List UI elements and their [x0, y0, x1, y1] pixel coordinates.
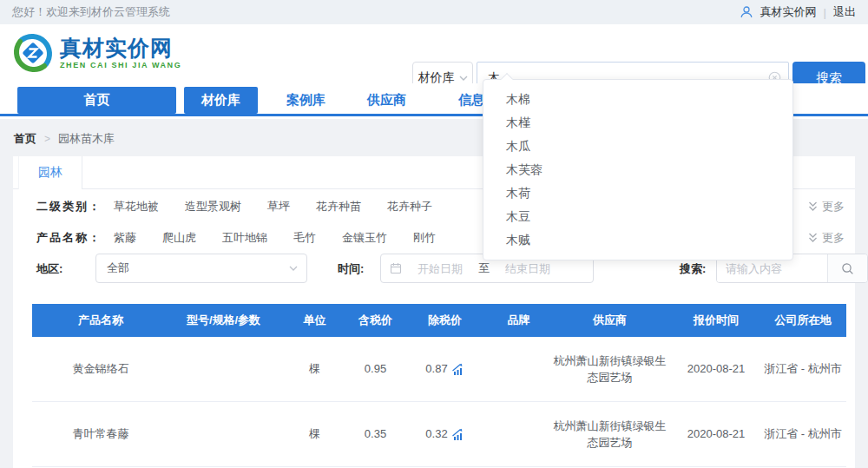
- keyword-search-button[interactable]: [827, 254, 867, 282]
- date-range-separator: 至: [478, 260, 490, 276]
- table-header-row: 产品名称 型号/规格/参数 单位 含税价 除税价 品牌 供应商 报价时间 公司所…: [32, 304, 846, 337]
- header-brand: 品牌: [490, 304, 547, 337]
- topbar-divider: |: [824, 6, 826, 19]
- more-label: 更多: [822, 199, 845, 214]
- product-option[interactable]: 五叶地锦: [222, 230, 267, 246]
- search-suggestions-dropdown: 木棉 木槿 木瓜 木芙蓉 木荷 木豆 木贼: [483, 79, 793, 260]
- user-icon: [740, 5, 753, 19]
- start-date-input[interactable]: [409, 262, 471, 275]
- category-option[interactable]: 花卉种苗: [316, 199, 361, 214]
- cell-quote-date: 2020-08-21: [673, 337, 760, 401]
- logo-title: 真材实价网: [60, 37, 181, 59]
- category-option[interactable]: 造型景观树: [185, 199, 241, 214]
- product-more-button[interactable]: 更多: [808, 230, 845, 246]
- site-logo[interactable]: 真材实价网 ZHEN CAI SHI JIA WANG: [12, 32, 181, 74]
- welcome-text: 您好！欢迎来到材价云管理系统: [12, 4, 170, 20]
- cell-brand: [490, 337, 547, 401]
- cell-no-tax-price: 0.87: [399, 337, 490, 401]
- header-no-tax-price: 除税价: [399, 304, 490, 337]
- logo-icon: [12, 32, 54, 74]
- cell-tax-price: 0.95: [352, 337, 399, 401]
- keyword-label: 搜索:: [680, 261, 706, 277]
- header-tax-price: 含税价: [352, 304, 399, 337]
- suggestion-item[interactable]: 木瓜: [483, 135, 792, 158]
- cell-company-location: 浙江省 - 杭州市: [760, 402, 846, 466]
- table-row: 黄金锦络石 棵 0.95 0.87: [32, 337, 846, 402]
- header-unit: 单位: [278, 304, 352, 337]
- breadcrumb-current: 园林苗木库: [58, 131, 115, 147]
- cell-supplier: 杭州萧山新街镇绿银生态园艺场: [547, 402, 673, 466]
- cell-product-name: 黄金锦络石: [32, 337, 169, 401]
- product-option[interactable]: 金镶玉竹: [342, 230, 387, 246]
- product-option[interactable]: 爬山虎: [162, 230, 196, 246]
- chevron-down-icon: [289, 266, 298, 271]
- cell-tax-price: 0.35: [352, 402, 399, 466]
- suggestion-item[interactable]: 木贼: [483, 228, 792, 252]
- double-chevron-down-icon: [808, 233, 818, 243]
- header-product-name: 产品名称: [32, 304, 169, 337]
- price-trend-chart-icon[interactable]: [451, 363, 464, 375]
- cell-no-tax-price: 0.32: [399, 402, 490, 466]
- more-label: 更多: [822, 230, 845, 246]
- cell-brand: [490, 402, 547, 466]
- region-select[interactable]: 全部: [95, 254, 307, 283]
- logout-link[interactable]: 退出: [833, 4, 856, 20]
- no-tax-price-value: 0.87: [425, 360, 447, 378]
- suggestion-item[interactable]: 木棉: [483, 88, 792, 111]
- price-table: 产品名称 型号/规格/参数 单位 含税价 除税价 品牌 供应商 报价时间 公司所…: [32, 304, 846, 467]
- logo-subtitle: ZHEN CAI SHI JIA WANG: [60, 62, 181, 69]
- cell-company-location: 浙江省 - 杭州市: [760, 337, 846, 401]
- price-trend-chart-icon[interactable]: [451, 428, 464, 440]
- chevron-down-icon: [459, 76, 468, 81]
- product-option[interactable]: 紫藤: [114, 230, 136, 246]
- breadcrumb-separator-icon: >: [44, 133, 50, 145]
- topbar: 您好！欢迎来到材价云管理系统 真材实价网 | 退出: [0, 0, 868, 24]
- category-option[interactable]: 花卉种子: [387, 199, 432, 214]
- time-label: 时间:: [338, 261, 364, 277]
- double-chevron-down-icon: [808, 201, 818, 212]
- suggestion-item[interactable]: 木芙蓉: [483, 158, 792, 181]
- no-tax-price-value: 0.32: [425, 425, 447, 443]
- region-select-value: 全部: [107, 260, 129, 276]
- cell-unit: 棵: [278, 402, 352, 466]
- magnifier-icon: [841, 262, 854, 275]
- tab-garden[interactable]: 园林: [18, 156, 82, 189]
- breadcrumb: 首页 > 园林苗木库: [14, 131, 115, 147]
- header: 真材实价网 ZHEN CAI SHI JIA WANG 材价库: [0, 24, 868, 83]
- region-label: 地区:: [36, 261, 62, 277]
- product-filter-label: 产品名称：: [36, 230, 102, 246]
- product-option[interactable]: 刚竹: [413, 230, 436, 246]
- cell-product-name: 青叶常春藤: [32, 402, 169, 466]
- nav-item-home[interactable]: 首页: [17, 87, 176, 114]
- category-option[interactable]: 草坪: [267, 199, 290, 214]
- app-root: 您好！欢迎来到材价云管理系统 真材实价网 | 退出: [0, 0, 868, 468]
- topbar-site-link[interactable]: 真材实价网: [760, 4, 817, 20]
- cell-supplier: 杭州萧山新街镇绿银生态园艺场: [547, 337, 673, 401]
- suggestion-item[interactable]: 木豆: [483, 205, 792, 228]
- end-date-input[interactable]: [496, 262, 559, 275]
- nav-item-info[interactable]: 信息: [458, 87, 484, 114]
- suggestion-item[interactable]: 木槿: [483, 111, 792, 135]
- cell-spec: [169, 337, 278, 401]
- nav-item-material-library[interactable]: 材价库: [184, 87, 258, 114]
- suggestion-item[interactable]: 木荷: [483, 181, 792, 205]
- logo-text: 真材实价网 ZHEN CAI SHI JIA WANG: [60, 37, 181, 69]
- category-more-button[interactable]: 更多: [808, 199, 845, 214]
- header-spec: 型号/规格/参数: [169, 304, 278, 337]
- topbar-user-area: 真材实价网 | 退出: [740, 4, 856, 20]
- product-options: 紫藤 爬山虎 五叶地锦 毛竹 金镶玉竹 刚竹: [114, 230, 462, 246]
- cell-unit: 棵: [278, 337, 352, 401]
- cell-spec: [169, 402, 278, 466]
- breadcrumb-home[interactable]: 首页: [14, 131, 36, 147]
- category-filter-label: 二级类别：: [36, 199, 102, 214]
- header-quote-date: 报价时间: [673, 304, 760, 337]
- category-options: 草花地被 造型景观树 草坪 花卉种苗 花卉种子: [114, 199, 458, 214]
- nav-item-case-library[interactable]: 案例库: [286, 87, 326, 114]
- table-row: 青叶常春藤 棵 0.35 0.32: [32, 402, 846, 467]
- header-supplier: 供应商: [547, 304, 673, 337]
- product-option[interactable]: 毛竹: [293, 230, 316, 246]
- category-option[interactable]: 草花地被: [114, 199, 159, 214]
- nav-item-supplier[interactable]: 供应商: [367, 87, 406, 114]
- cell-quote-date: 2020-08-21: [673, 402, 760, 466]
- header-company-location: 公司所在地: [760, 304, 846, 337]
